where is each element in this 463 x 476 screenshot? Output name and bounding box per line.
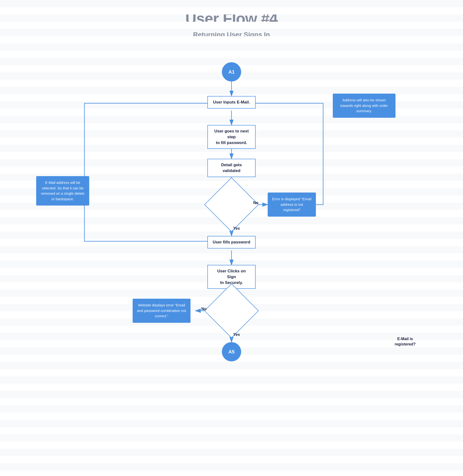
- callout-address-shown: Address will also be shown towards right…: [333, 94, 395, 118]
- node-user-inputs-email: User Inputs E-Mail.: [207, 96, 256, 108]
- label-yes-2: Yes: [233, 332, 240, 337]
- label-no-2: No: [201, 307, 206, 311]
- node-user-goes-next-step: User goes to next stepto fill password.: [207, 125, 256, 149]
- a1-circle: A1: [222, 62, 241, 81]
- node-sign-in-valid-diamond: Sign In details arevalid?: [212, 291, 251, 330]
- node-user-fills-password: User fills password: [207, 236, 256, 249]
- node-detail-validated: Detail gets validated: [207, 159, 256, 177]
- node-a1: A1: [222, 62, 241, 81]
- callout-error-not-registered: Error is displayed "Email address is not…: [268, 193, 316, 217]
- page-subtitle: Returning User Signs In: [0, 31, 463, 39]
- callout-error-combination: Website displays error "Email and passwo…: [133, 299, 190, 323]
- flowchart: A1 User Inputs E-Mail. User goes to next…: [0, 48, 463, 458]
- callout-email-selected: E-Mail address will be selected. So that…: [36, 176, 89, 206]
- label-no-1: No: [253, 201, 258, 205]
- label-yes-1: Yes: [233, 226, 240, 231]
- node-email-registered-diamond: E-Mail is registered?: [212, 185, 251, 224]
- page-title: User Flow #4: [0, 0, 463, 27]
- node-a5: A5: [222, 342, 241, 361]
